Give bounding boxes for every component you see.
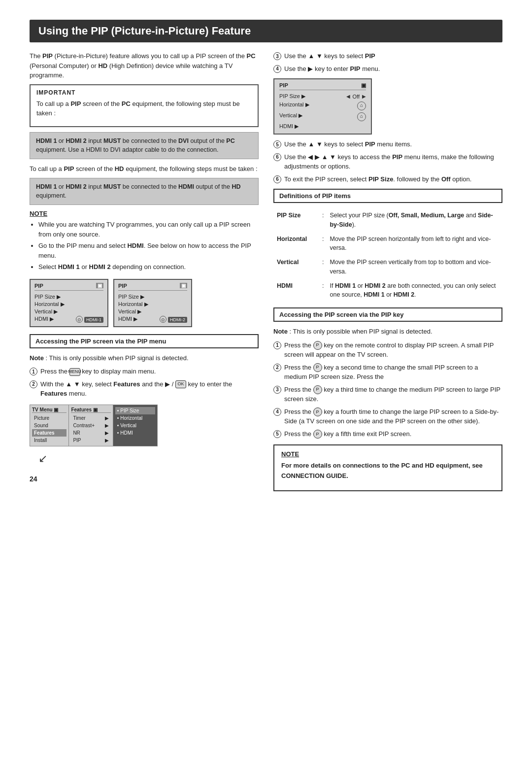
step-6b-text: To exit the PIP screen, select PIP Size.… xyxy=(284,174,471,184)
note-section: NOTE While you are watching TV programme… xyxy=(30,210,259,272)
note-item-1: While you are watching TV programmes, yo… xyxy=(38,220,259,239)
step-3: 3 Use the ▲ ▼ keys to select PIP xyxy=(273,51,502,61)
intro-text: The PIP (Picture-in-Picture) feature all… xyxy=(30,51,259,80)
pip-row-horizontal: Horizontal ▶ ⌂ xyxy=(279,101,366,111)
def-row-horizontal: Horizontal : Move the PIP screen horizon… xyxy=(274,233,501,255)
pip-screen-2: PIP ▣ PIP Size ▶ Horizontal ▶ Vertical ▶… xyxy=(113,279,192,327)
tv-menu-horizontal: Horizontal xyxy=(115,414,155,422)
pip-key-step-3-text: Press the P key a third time to change t… xyxy=(284,385,502,404)
def-sep-vertical: : xyxy=(320,256,326,278)
def-term-pipsize: PIP Size xyxy=(274,209,319,232)
tv-menu-picture: Picture xyxy=(32,414,66,422)
pip-key-step-1-text: Press the P key on the remote control to… xyxy=(284,340,502,360)
final-note-box: NOTE For more details on connections to … xyxy=(273,444,502,491)
page-title: Using the PIP (Picture-in-Picture) Featu… xyxy=(30,20,502,42)
step-5-num: 5 xyxy=(273,140,281,148)
hd-note-text: To call up a PIP screen of the HD equipm… xyxy=(30,164,259,174)
def-desc-horizontal: Move the PIP screen horizontally from le… xyxy=(327,233,501,255)
pip-screen-1: PIP ▣ PIP Size ▶ Horizontal ▶ Vertical ▶… xyxy=(30,279,108,327)
def-desc-pipsize: Select your PIP size (Off, Small, Medium… xyxy=(327,209,501,232)
pip-key-step-5: 5 Press the P key a fifth time exit PIP … xyxy=(273,429,502,439)
step-2-num: 2 xyxy=(30,380,37,388)
pip-key-step-4: 4 Press the P key a fourth time to chang… xyxy=(273,407,502,426)
step-6b-num: 6 xyxy=(273,175,281,183)
tv-menu-illustration: TV Menu ▣ Picture Sound Features Install… xyxy=(30,405,158,446)
tv-menu-pip-size: PIP Size xyxy=(115,407,155,414)
pip-key-step-2-text: Press the P key a second time to change … xyxy=(284,363,502,382)
pip-menu-steps-right: 3 Use the ▲ ▼ keys to select PIP 4 Use t… xyxy=(273,51,502,73)
step-6a-num: 6 xyxy=(273,153,281,161)
step-5-text: Use the ▲ ▼ keys to select PIP menu item… xyxy=(284,139,412,149)
step-6b: 6 To exit the PIP screen, select PIP Siz… xyxy=(273,174,502,184)
def-sep-horizontal: : xyxy=(320,233,326,255)
pip-key-step-1-num: 1 xyxy=(273,341,281,349)
step-6a: 6 Use the ◀ ▶ ▲ ▼ keys to access the PIP… xyxy=(273,152,502,171)
pip-key-step-2-num: 2 xyxy=(273,364,281,372)
pip-menu-steps-right2: 5 Use the ▲ ▼ keys to select PIP menu it… xyxy=(273,139,502,184)
tv-menu-middle-header: Features ▣ xyxy=(71,407,110,413)
definitions-table: PIP Size : Select your PIP size (Off, Sm… xyxy=(273,208,502,303)
tv-menu-contrast: Contrast+▶ xyxy=(71,422,110,429)
pip-row-vertical: Vertical ▶ ⌂ xyxy=(279,111,366,122)
gray-box-2: HDMI 1 or HDMI 2 input MUST be connected… xyxy=(30,178,259,205)
step-5: 5 Use the ▲ ▼ keys to select PIP menu it… xyxy=(273,139,502,149)
step-1-num: 1 xyxy=(30,368,37,375)
final-note-title: NOTE xyxy=(281,450,495,458)
note-title: NOTE xyxy=(30,210,259,217)
accessing-pip-key-note: Note : This is only possible when PIP si… xyxy=(273,327,502,337)
pip-menu-right-header: PIP ▣ xyxy=(279,82,366,90)
tv-menu-pip: PIP▶ xyxy=(71,437,110,444)
note-item-3: Select HDMI 1 or HDMI 2 depending on con… xyxy=(38,262,259,272)
pip-key-steps: 1 Press the P key on the remote control … xyxy=(273,340,502,439)
pip-key-step-5-text: Press the P key a fifth time exit PIP sc… xyxy=(284,429,411,439)
tv-menu-timer: Timer▶ xyxy=(71,414,110,422)
arrow-indicator: ↙ xyxy=(38,452,259,465)
def-row-pipsize: PIP Size : Select your PIP size (Off, Sm… xyxy=(274,209,501,232)
tv-menu-left-header: TV Menu ▣ xyxy=(32,407,66,413)
tv-menu-sound: Sound xyxy=(32,422,66,429)
def-sep-pipsize: : xyxy=(320,209,326,232)
page-number: 24 xyxy=(30,475,259,483)
tv-menu-nr: NR▶ xyxy=(71,429,110,437)
pip-key-step-2: 2 Press the P key a second time to chang… xyxy=(273,363,502,382)
final-note-text: For more details on connections to the P… xyxy=(281,461,495,481)
pip-menu-steps: 1 Press the MENU key to display main men… xyxy=(30,367,259,399)
pip-screens-illustration: PIP ▣ PIP Size ▶ Horizontal ▶ Vertical ▶… xyxy=(30,279,259,327)
def-term-horizontal: Horizontal xyxy=(274,233,319,255)
step-3-text: Use the ▲ ▼ keys to select PIP xyxy=(284,51,375,61)
step-4-text: Use the ▶ key to enter PIP menu. xyxy=(284,64,380,74)
pip-row-size: PIP Size ▶ ◀ Off ▶ xyxy=(279,92,366,101)
gray-box-1: HDMI 1 or HDMI 2 input MUST be connected… xyxy=(30,132,259,160)
note-list: While you are watching TV programmes, yo… xyxy=(30,220,259,272)
pip-key-step-4-text: Press the P key a fourth time to change … xyxy=(284,407,502,426)
tv-menu-install: Install xyxy=(32,437,66,444)
def-term-vertical: Vertical xyxy=(274,256,319,278)
right-column: 3 Use the ▲ ▼ keys to select PIP 4 Use t… xyxy=(273,51,502,491)
pip-row-hdmi: HDMI ▶ xyxy=(279,122,366,131)
tv-menu-middle-panel: Features ▣ Timer▶ Contrast+▶ NR▶ PIP▶ xyxy=(69,405,113,446)
step-4: 4 Use the ▶ key to enter PIP menu. xyxy=(273,64,502,74)
important-title: IMPORTANT xyxy=(36,89,252,96)
definitions-box: Definitions of PIP items xyxy=(273,189,502,203)
tv-menu-vertical: Vertical xyxy=(115,422,155,429)
def-desc-hdmi: If HDMI 1 or HDMI 2 are both connected, … xyxy=(327,279,501,302)
pip-menu-right-illustration: PIP ▣ PIP Size ▶ ◀ Off ▶ Horizontal ▶ ⌂ … xyxy=(273,78,372,135)
important-text: To call up a PIP screen of the PC equipm… xyxy=(36,99,252,118)
step-2-text: With the ▲ ▼ key, select Features and th… xyxy=(40,379,259,399)
def-row-hdmi: HDMI : If HDMI 1 or HDMI 2 are both conn… xyxy=(274,279,501,302)
tv-menu-hdmi: HDMI xyxy=(115,429,155,437)
tv-menu-left-panel: TV Menu ▣ Picture Sound Features Install xyxy=(30,405,69,446)
tv-menu-features: Features xyxy=(32,429,66,437)
pip-key-step-4-num: 4 xyxy=(273,408,281,416)
def-term-hdmi: HDMI xyxy=(274,279,319,302)
tv-menu-right-panel: PIP Size Horizontal Vertical HDMI xyxy=(113,405,157,446)
def-sep-hdmi: : xyxy=(320,279,326,302)
accessing-pip-menu-box: Accessing the PIP screen via the PIP men… xyxy=(30,334,259,348)
pip-key-step-5-num: 5 xyxy=(273,430,281,438)
step-6a-text: Use the ◀ ▶ ▲ ▼ keys to access the PIP m… xyxy=(284,152,502,171)
important-box: IMPORTANT To call up a PIP screen of the… xyxy=(30,84,259,127)
pip-key-step-3: 3 Press the P key a third time to change… xyxy=(273,385,502,404)
note-item-2: Go to the PIP menu and select HDMI. See … xyxy=(38,241,259,260)
step-2: 2 With the ▲ ▼ key, select Features and … xyxy=(30,379,259,399)
accessing-pip-menu-note: Note : This is only possible when PIP si… xyxy=(30,353,259,363)
